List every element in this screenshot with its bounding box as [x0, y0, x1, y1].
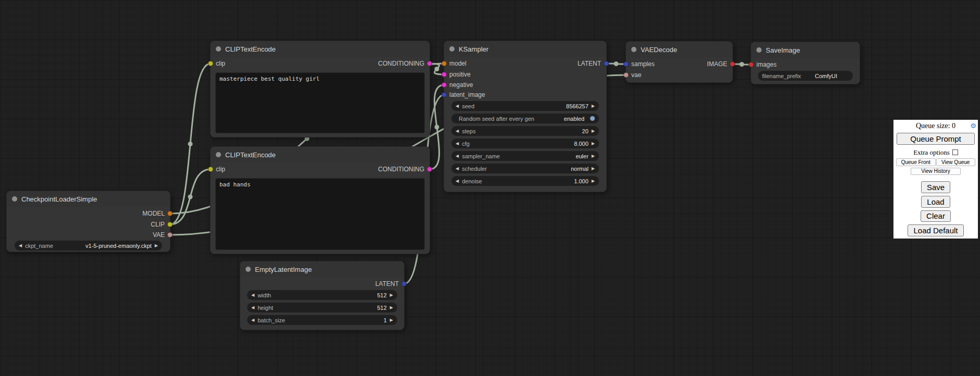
clip-output-dot[interactable] — [167, 222, 173, 227]
decrement-arrow[interactable]: ◀ — [251, 318, 254, 322]
node-clip-text-encode-negative[interactable]: CLIPTextEncode clip CONDITIONING bad han… — [210, 146, 430, 254]
input-slot-positive[interactable]: positive — [442, 69, 471, 80]
queue-front-button[interactable]: Queue Front — [896, 158, 936, 166]
save-button[interactable]: Save — [921, 181, 950, 193]
output-slot-vae[interactable]: VAE — [153, 230, 173, 240]
node-title-bar[interactable]: CheckpointLoaderSimple — [7, 191, 170, 207]
collapse-dot[interactable] — [631, 47, 636, 52]
widget-value[interactable]: 1 — [384, 317, 387, 323]
widget-value[interactable]: v1-5-pruned-emaonly.ckpt — [85, 243, 152, 249]
output-slot-latent[interactable]: LATENT — [578, 58, 609, 69]
node-vae-decode[interactable]: VAEDecode samples vae IMAGE — [626, 41, 733, 83]
widget-sampler-name[interactable]: ◀ sampler_name euler ▶ — [451, 151, 599, 161]
output-slot-latent[interactable]: LATENT — [375, 279, 407, 289]
input-slot-model[interactable]: model — [442, 58, 467, 69]
collapse-dot[interactable] — [216, 152, 221, 157]
collapse-dot[interactable] — [246, 267, 251, 272]
node-title-bar[interactable]: SaveImage — [751, 42, 860, 58]
collapse-dot[interactable] — [449, 46, 455, 52]
collapse-dot[interactable] — [756, 47, 762, 53]
node-checkpoint-loader[interactable]: CheckpointLoaderSimple MODEL CLIP VAE ◀ … — [6, 191, 170, 252]
widget-value[interactable]: 512 — [377, 305, 386, 311]
decrement-arrow[interactable]: ◀ — [456, 142, 459, 146]
increment-arrow[interactable]: ▶ — [390, 306, 393, 310]
collapse-dot[interactable] — [216, 46, 221, 52]
widget-height[interactable]: ◀ height 512 ▶ — [247, 303, 397, 312]
images-input-dot[interactable] — [749, 62, 754, 67]
prompt-text-area[interactable]: masterpiece best quality girl — [215, 72, 425, 133]
widget-random-seed-toggle[interactable]: Random seed after every gen enabled — [451, 114, 599, 123]
model-output-dot[interactable] — [167, 211, 173, 216]
output-slot-conditioning[interactable]: CONDITIONING — [378, 164, 432, 174]
widget-width[interactable]: ◀ width 512 ▶ — [247, 290, 397, 300]
widget-scheduler[interactable]: ◀ scheduler normal ▶ — [451, 164, 599, 173]
vae-output-dot[interactable] — [167, 232, 173, 237]
clip-input-dot[interactable] — [208, 61, 213, 66]
settings-gear-icon[interactable]: ⚙ — [970, 121, 976, 130]
decrement-arrow[interactable]: ◀ — [456, 104, 459, 108]
increment-arrow[interactable]: ▶ — [592, 142, 595, 146]
widget-value[interactable]: 1.000 — [574, 178, 589, 184]
output-slot-image[interactable]: IMAGE — [707, 59, 735, 69]
load-button[interactable]: Load — [921, 196, 950, 208]
decrement-arrow[interactable]: ◀ — [251, 306, 254, 310]
input-slot-negative[interactable]: negative — [442, 80, 473, 90]
increment-arrow[interactable]: ▶ — [592, 167, 595, 171]
decrement-arrow[interactable]: ◀ — [456, 129, 459, 133]
widget-seed[interactable]: ◀ seed 8566257 ▶ — [451, 101, 599, 111]
output-slot-model[interactable]: MODEL — [142, 208, 173, 219]
input-slot-clip[interactable]: clip — [208, 58, 225, 69]
image-output-dot[interactable] — [730, 61, 735, 67]
conditioning-output-dot[interactable] — [427, 167, 432, 172]
latent-output-dot[interactable] — [604, 61, 609, 66]
widget-value[interactable]: 512 — [377, 292, 386, 298]
increment-arrow[interactable]: ▶ — [592, 129, 595, 133]
input-slot-clip[interactable]: clip — [208, 164, 225, 174]
clip-input-dot[interactable] — [208, 167, 213, 172]
widget-value[interactable]: 20 — [582, 128, 589, 134]
decrement-arrow[interactable]: ◀ — [456, 167, 459, 171]
widget-value[interactable]: euler — [575, 153, 588, 159]
decrement-arrow[interactable]: ◀ — [456, 154, 459, 158]
vae-input-dot[interactable] — [623, 72, 629, 78]
output-slot-clip[interactable]: CLIP — [151, 219, 173, 230]
increment-arrow[interactable]: ▶ — [155, 244, 158, 248]
negative-input-dot[interactable] — [442, 82, 447, 87]
input-slot-vae[interactable]: vae — [623, 70, 641, 80]
widget-ckpt-name[interactable]: ◀ ckpt_name v1-5-pruned-emaonly.ckpt ▶ — [15, 241, 162, 250]
node-ksampler[interactable]: KSampler model positive negative latent_… — [444, 41, 607, 192]
node-clip-text-encode-positive[interactable]: CLIPTextEncode clip CONDITIONING masterp… — [210, 41, 430, 137]
toggle-knob[interactable] — [590, 116, 595, 121]
positive-input-dot[interactable] — [442, 72, 447, 77]
widget-value[interactable]: normal — [571, 166, 589, 172]
conditioning-output-dot[interactable] — [427, 61, 432, 66]
increment-arrow[interactable]: ▶ — [390, 318, 393, 322]
node-title-bar[interactable]: KSampler — [444, 41, 606, 57]
increment-arrow[interactable]: ▶ — [592, 154, 595, 158]
latent-image-input-dot[interactable] — [442, 92, 447, 97]
input-slot-latent-image[interactable]: latent_image — [442, 90, 485, 100]
widget-value[interactable]: 8566257 — [566, 103, 589, 109]
decrement-arrow[interactable]: ◀ — [19, 244, 22, 248]
node-title-bar[interactable]: CLIPTextEncode — [211, 41, 430, 57]
widget-value[interactable]: ComfyUI — [815, 73, 837, 79]
output-slot-conditioning[interactable]: CONDITIONING — [378, 58, 432, 69]
widget-value[interactable]: 8.000 — [574, 141, 589, 147]
widget-steps[interactable]: ◀ steps 20 ▶ — [451, 126, 599, 136]
node-title-bar[interactable]: VAEDecode — [626, 42, 732, 57]
node-canvas[interactable]: CheckpointLoaderSimple MODEL CLIP VAE ◀ … — [0, 0, 980, 376]
increment-arrow[interactable]: ▶ — [390, 293, 393, 297]
node-title-bar[interactable]: CLIPTextEncode — [211, 147, 430, 162]
decrement-arrow[interactable]: ◀ — [456, 179, 459, 183]
widget-batch-size[interactable]: ◀ batch_size 1 ▶ — [247, 315, 397, 325]
widget-denoise[interactable]: ◀ denoise 1.000 ▶ — [451, 176, 599, 186]
increment-arrow[interactable]: ▶ — [592, 104, 595, 108]
input-slot-images[interactable]: images — [749, 59, 777, 70]
samples-input-dot[interactable] — [623, 61, 629, 67]
node-save-image[interactable]: SaveImage images filename_prefix ComfyUI — [751, 42, 860, 84]
prompt-text-area[interactable]: bad hands — [215, 178, 425, 250]
widget-value[interactable]: enabled — [564, 116, 584, 122]
extra-options-checkbox[interactable] — [952, 149, 958, 155]
decrement-arrow[interactable]: ◀ — [251, 293, 254, 297]
latent-output-dot[interactable] — [401, 281, 407, 286]
